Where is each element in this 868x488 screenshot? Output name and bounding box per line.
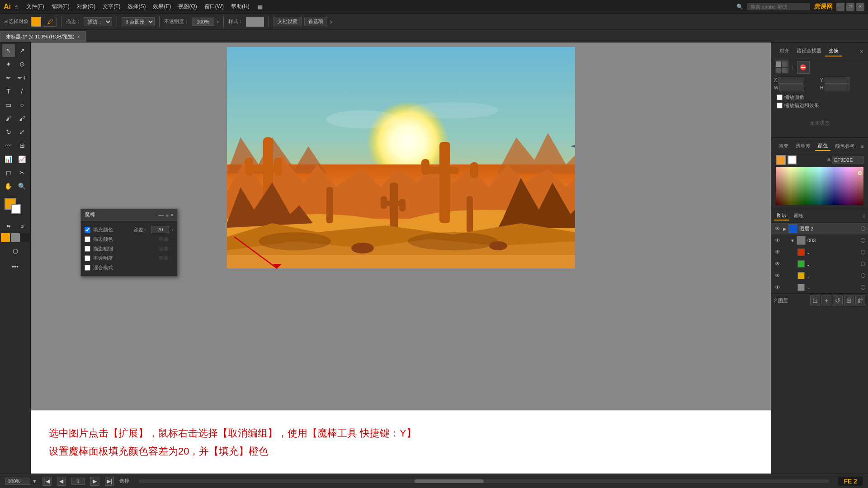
h-input[interactable] <box>825 84 849 91</box>
stroke-select[interactable]: 插边： <box>84 17 112 26</box>
line-tool-icon[interactable]: / <box>16 85 28 98</box>
layer-row-5[interactable]: 👁 ... <box>771 282 868 293</box>
mw-minimize-btn[interactable]: — <box>158 212 164 218</box>
menu-file[interactable]: 文件(F) <box>24 2 47 11</box>
mw-opacity-checkbox[interactable] <box>85 255 90 261</box>
tab-color[interactable]: 颜色 <box>815 141 830 151</box>
layer-row-4[interactable]: 👁 ... <box>771 270 868 282</box>
swap-colors-icon[interactable]: ⇆ <box>2 220 15 232</box>
rotate-icon[interactable]: ↻ <box>2 126 15 138</box>
magic-wand-icon[interactable]: ✦ <box>2 58 15 70</box>
scale-icon[interactable]: ⤢ <box>16 126 28 138</box>
normal-mode-icon[interactable] <box>1 233 10 242</box>
tab-untitled[interactable]: 未标题-1* @ 100% (RGB/预览) × <box>0 31 86 42</box>
tab-color-ref[interactable]: 颜色参考 <box>832 142 858 150</box>
nav-prev-btn[interactable]: ◀ <box>57 477 66 486</box>
layer-row-1[interactable]: 👁 ▼ 003 <box>771 235 868 246</box>
home-icon[interactable]: ⌂ <box>14 3 18 10</box>
screen-mode-icon[interactable] <box>11 233 20 242</box>
nav-last-btn[interactable]: ▶| <box>105 477 114 486</box>
scale-corners-cb[interactable] <box>777 94 783 100</box>
y-input[interactable] <box>825 77 849 84</box>
zoom-arrow[interactable]: ▼ <box>32 479 37 484</box>
delete-layer-btn[interactable]: 🗑 <box>855 296 865 305</box>
lasso-icon[interactable]: ⊙ <box>16 58 28 70</box>
mw-stroke-color-checkbox[interactable] <box>85 236 90 242</box>
tab-transform[interactable]: 变换 <box>825 46 842 56</box>
eye-icon-2[interactable]: 👁 <box>774 249 781 255</box>
bar-graph-icon[interactable]: 📈 <box>16 153 28 165</box>
transform-grid-icon[interactable] <box>775 61 788 74</box>
color-panel-menu[interactable]: ≡ <box>860 143 863 150</box>
color-gradient-picker[interactable] <box>776 167 863 205</box>
prefs-arrow[interactable]: › <box>330 18 332 25</box>
page-icon-btn[interactable]: ⊞ <box>844 296 854 305</box>
brush-icon[interactable]: 🖊 <box>44 17 57 27</box>
zoom-tool-icon[interactable]: 🔍 <box>16 180 28 192</box>
draw-mode-icon[interactable]: ⬡ <box>9 245 22 258</box>
panel-close-btn[interactable]: × <box>860 48 863 55</box>
rect-tool-icon[interactable]: ▭ <box>2 99 15 111</box>
menu-text[interactable]: 文字(T) <box>100 2 123 11</box>
preferences-button[interactable]: 首选项 <box>304 17 327 26</box>
maximize-button[interactable]: □ <box>846 3 854 11</box>
new-layer-btn[interactable]: + <box>821 296 831 305</box>
menu-window[interactable]: 窗口(W) <box>202 2 226 11</box>
brush-style-select[interactable]: 3 点圆形 <box>122 17 155 26</box>
hex-color-input[interactable] <box>832 156 863 164</box>
eye-icon-3[interactable]: 👁 <box>774 261 781 267</box>
menu-edit[interactable]: 编辑(E) <box>49 2 72 11</box>
layer-row-2[interactable]: 👁 ... <box>771 246 868 258</box>
horizontal-scrollbar[interactable] <box>138 479 830 483</box>
make-clipping-btn[interactable]: ⊡ <box>810 296 820 305</box>
ellipse-tool-icon[interactable]: ○ <box>16 99 28 111</box>
tab-layers[interactable]: 图层 <box>774 211 789 221</box>
column-graph-icon[interactable]: 📊 <box>2 153 15 165</box>
color-bg-swatch[interactable] <box>788 155 797 164</box>
page-input[interactable] <box>71 478 85 485</box>
close-button[interactable]: × <box>856 3 864 11</box>
expand-arrow-1[interactable]: ▼ <box>790 238 795 243</box>
nav-next-btn[interactable]: ▶ <box>90 477 99 486</box>
menu-select[interactable]: 选择(S) <box>125 2 148 11</box>
layer-row-0[interactable]: 👁 ▶ 图层 2 <box>771 223 868 235</box>
hand-tool-icon[interactable]: ✋ <box>2 180 15 192</box>
mw-stroke-width-checkbox[interactable] <box>85 246 90 252</box>
eye-icon-0[interactable]: 👁 <box>774 225 781 232</box>
expand-arrow-0[interactable]: ▶ <box>783 226 787 231</box>
eye-icon-5[interactable]: 👁 <box>774 284 781 291</box>
tab-close-icon[interactable]: × <box>77 34 80 39</box>
mw-settings-btn[interactable]: ≡ <box>165 212 169 218</box>
pen-tool-icon[interactable]: ✒ <box>2 71 15 84</box>
search-input[interactable] <box>747 3 810 10</box>
tab-transparency[interactable]: 透明度 <box>793 142 813 150</box>
tab-artboard[interactable]: 画板 <box>791 211 807 220</box>
refresh-btn[interactable]: ↺ <box>833 296 843 305</box>
tab-align[interactable]: 对齐 <box>776 46 793 56</box>
default-colors-icon[interactable]: ⊘ <box>16 220 28 232</box>
warp-icon[interactable]: 〰 <box>2 139 15 152</box>
select-tool-icon[interactable]: ↖ <box>2 44 15 57</box>
eraser-icon[interactable]: ◻ <box>2 166 15 179</box>
blob-brush-icon[interactable]: 🖌 <box>16 112 28 125</box>
style-box[interactable] <box>246 17 264 27</box>
menu-effect[interactable]: 效果(E) <box>150 2 174 11</box>
nav-first-btn[interactable]: |◀ <box>42 477 52 486</box>
x-input[interactable] <box>778 77 803 84</box>
scale-stroke-cb[interactable] <box>777 103 783 108</box>
scroll-thumb[interactable] <box>415 479 484 483</box>
eye-icon-1[interactable]: 👁 <box>774 237 781 244</box>
background-color[interactable] <box>11 204 21 214</box>
more-tools-icon[interactable]: ••• <box>9 260 22 273</box>
menu-help[interactable]: 帮助(H) <box>228 2 252 11</box>
mw-close-btn[interactable]: × <box>170 212 174 218</box>
add-anchor-icon[interactable]: ✒+ <box>16 71 28 84</box>
layer-row-3[interactable]: 👁 ... <box>771 258 868 270</box>
multiply-mode-icon[interactable] <box>21 233 30 242</box>
menu-view[interactable]: 视图(Q) <box>175 2 199 11</box>
brush-tool-icon[interactable]: 🖌 <box>2 112 15 125</box>
color-fg-swatch[interactable] <box>776 155 786 165</box>
opacity-arrow[interactable]: › <box>217 19 219 25</box>
layout-icon[interactable]: ▦ <box>258 4 263 10</box>
eye-icon-4[interactable]: 👁 <box>774 272 781 279</box>
